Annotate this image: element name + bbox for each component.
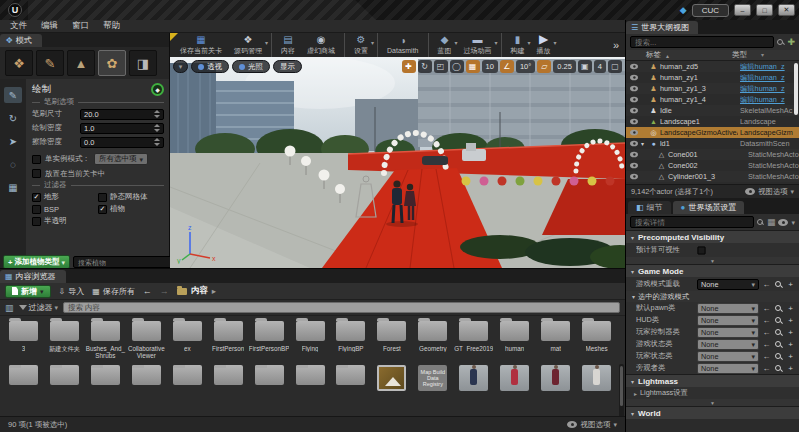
add-icon[interactable] <box>786 328 795 337</box>
filter-checkbox[interactable] <box>32 193 41 202</box>
foliage-search-input[interactable] <box>73 256 184 268</box>
details-search-input[interactable] <box>630 216 754 228</box>
mode-tile[interactable] <box>5 50 33 76</box>
browse-icon[interactable] <box>774 304 783 313</box>
filter-checkbox[interactable] <box>32 217 41 226</box>
rotation-snap-value[interactable]: 10° <box>516 60 535 73</box>
world-local-toggle[interactable]: ◯ <box>450 60 464 73</box>
folder-item[interactable]: ex <box>167 319 208 359</box>
use-selected-icon[interactable] <box>762 304 771 313</box>
outliner-row[interactable]: ld1 DatasmithScen <box>626 138 799 149</box>
tab-world-outliner[interactable]: 世界大纲视图 <box>626 21 698 34</box>
browse-icon[interactable] <box>774 328 783 337</box>
tab-details[interactable]: 细节 <box>628 201 671 214</box>
toolbar-button[interactable]: 设置 <box>344 33 374 57</box>
outliner-search-input[interactable] <box>630 36 774 48</box>
mode-tile[interactable] <box>98 50 126 76</box>
content-scrollbar[interactable] <box>619 364 624 416</box>
mode-tile[interactable] <box>67 50 95 76</box>
column-header-type[interactable]: 类型 <box>732 50 764 60</box>
content-search-input[interactable] <box>63 302 620 313</box>
camera-speed-button[interactable]: ▣ <box>578 60 592 73</box>
add-foliage-type-button[interactable]: 添加植物类型 <box>3 255 70 269</box>
folder-item[interactable]: mat <box>535 319 576 359</box>
browse-icon[interactable] <box>774 340 783 349</box>
folder-item[interactable]: Forest <box>371 319 412 359</box>
scale-tool-button[interactable]: ◰ <box>434 60 448 73</box>
sources-panel-toggle-icon[interactable] <box>5 303 14 313</box>
viewport-options-button[interactable] <box>173 60 188 73</box>
content-item[interactable] <box>494 363 535 391</box>
content-item[interactable] <box>249 363 290 391</box>
grid-snap-toggle[interactable]: ▦ <box>466 60 480 73</box>
spinner-icon[interactable] <box>154 124 160 132</box>
content-item[interactable] <box>85 363 126 391</box>
visibility-eye-icon[interactable] <box>630 75 638 81</box>
folder-item[interactable]: Meshes <box>576 319 617 359</box>
tab-modes[interactable]: 模式 <box>0 34 42 47</box>
expand-caret-icon[interactable] <box>641 139 647 148</box>
browse-icon[interactable] <box>774 364 783 373</box>
content-item[interactable] <box>208 363 249 391</box>
visibility-eye-icon[interactable] <box>630 64 638 70</box>
content-item[interactable] <box>290 363 331 391</box>
content-item[interactable] <box>167 363 208 391</box>
spinner-icon[interactable] <box>154 138 160 146</box>
chevron-down-icon[interactable] <box>265 39 268 46</box>
eye-icon[interactable] <box>778 219 788 226</box>
folder-item[interactable]: FlyingBP <box>331 319 372 359</box>
folder-item[interactable]: human <box>494 319 535 359</box>
selected-gamemode-group[interactable]: 选中的游戏模式 <box>626 291 799 302</box>
menu-item[interactable]: 文件 <box>10 20 27 32</box>
foliage-tool-icon[interactable] <box>4 179 22 195</box>
add-actor-icon[interactable] <box>787 37 795 47</box>
gamemode-override-dropdown[interactable]: None <box>697 279 759 290</box>
translate-tool-button[interactable]: ✚ <box>402 60 416 73</box>
column-header-label[interactable]: 标签 <box>646 50 732 60</box>
toolbar-button[interactable]: 构建 <box>501 33 531 57</box>
grid-snap-value[interactable]: 10 <box>482 60 498 73</box>
content-item[interactable] <box>576 363 617 391</box>
outliner-row[interactable]: Idle SkeletalMeshAc <box>626 105 799 116</box>
add-icon[interactable] <box>786 340 795 349</box>
maximize-button[interactable]: □ <box>756 4 773 16</box>
visibility-eye-icon[interactable] <box>630 141 638 147</box>
outliner-row[interactable]: Cone002 StaticMeshActo <box>626 160 799 171</box>
toolbar-button[interactable]: 蓝图 <box>428 33 458 57</box>
foliage-filter[interactable]: 半透明 <box>32 216 98 226</box>
expand-more-chip[interactable] <box>626 257 799 264</box>
scale-snap-toggle[interactable]: ▱ <box>537 60 551 73</box>
menu-item[interactable]: 窗口 <box>72 20 89 32</box>
view-options-button[interactable]: 视图选项 <box>567 420 617 430</box>
close-button[interactable]: ✕ <box>778 4 795 16</box>
add-icon[interactable] <box>786 364 795 373</box>
toolbar-button[interactable]: 虚幻商城 <box>301 33 341 57</box>
content-item[interactable] <box>44 363 85 391</box>
menu-item[interactable]: 帮助 <box>103 20 120 32</box>
rotation-snap-toggle[interactable]: ∠ <box>500 60 514 73</box>
class-dropdown[interactable]: None <box>697 363 759 374</box>
swarm-agent-icon[interactable]: ◆ <box>680 5 687 15</box>
chevron-down-icon[interactable] <box>747 50 764 59</box>
browse-icon[interactable] <box>774 316 783 325</box>
outliner-row[interactable]: LandscapeGizmoActiveActor LandscapeGizm <box>626 127 799 138</box>
visibility-eye-icon[interactable] <box>630 119 638 125</box>
chevron-down-icon[interactable] <box>791 217 795 227</box>
precomputed-visibility-checkbox[interactable] <box>697 246 705 254</box>
foliage-filter[interactable]: 地形 <box>32 192 98 202</box>
category-world[interactable]: World <box>626 406 799 419</box>
lightmass-settings-row[interactable]: Lightmass设置 <box>626 387 799 399</box>
chevron-right-icon[interactable] <box>212 286 216 296</box>
filters-button[interactable]: 过滤器 <box>19 302 59 313</box>
perspective-button[interactable]: 透视 <box>191 60 229 73</box>
maximize-viewport-button[interactable]: ▢ <box>608 60 622 73</box>
visibility-eye-icon[interactable] <box>630 130 638 136</box>
filter-checkbox[interactable] <box>98 193 107 202</box>
category-lightmass[interactable]: Lightmass <box>626 374 799 387</box>
import-button[interactable]: 导入 <box>59 286 85 297</box>
toolbar-overflow-button[interactable]: » <box>613 39 619 51</box>
use-selected-icon[interactable] <box>762 316 771 325</box>
chevron-down-icon[interactable] <box>371 39 374 46</box>
brush-setting-input[interactable]: 1.0 <box>80 123 164 134</box>
save-all-button[interactable]: 保存所有 <box>92 286 135 297</box>
